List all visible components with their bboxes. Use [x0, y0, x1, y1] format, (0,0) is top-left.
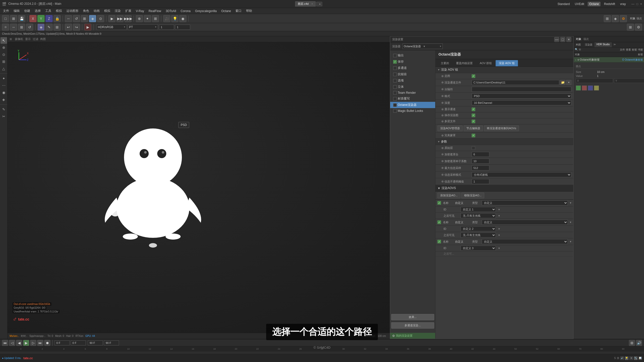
show-channel-checkbox[interactable] [472, 108, 475, 111]
nav-save-check[interactable]: ✓ [393, 60, 397, 64]
left-tool-2[interactable]: ⊕ [1, 44, 7, 51]
toolbar-light[interactable]: 💡 [171, 15, 178, 22]
coord-x[interactable] [576, 78, 613, 83]
right-sub-expand[interactable]: ≫ [612, 42, 617, 47]
filepath-clear-btn[interactable]: × [566, 80, 571, 85]
tl-end[interactable]: ⏭ [37, 340, 43, 346]
toolbar-snap[interactable]: ⊕ [136, 15, 143, 22]
filepath-folder-btn[interactable]: 📁 [560, 80, 565, 85]
nav-teamrender[interactable]: Team Render [390, 90, 435, 96]
separator-input[interactable] [472, 87, 571, 92]
menu-simulate[interactable]: 模拟 [54, 8, 64, 14]
aov1-check[interactable] [437, 201, 441, 205]
toolbar-move[interactable]: ↔ [65, 15, 72, 22]
tab-override[interactable]: 覆盖内核设置 [453, 60, 476, 66]
aov2-type-select[interactable]: 自定义 [482, 220, 568, 225]
nav-octane-check[interactable] [393, 103, 397, 107]
aov1-after-select[interactable]: 无-只有主光线 [461, 213, 496, 218]
tl-speaker[interactable]: 🔊 [636, 340, 642, 346]
nav-teamrender-check[interactable] [393, 91, 397, 95]
tb2-scale[interactable]: ⊞ [18, 24, 25, 31]
left-tool-arrow[interactable]: ↖ [1, 37, 7, 44]
menu-octane[interactable]: Octane [588, 2, 600, 6]
toolbar-scale[interactable]: ⊞ [81, 15, 88, 22]
tl-record[interactable]: ⏺ [44, 340, 50, 346]
depth-select[interactable]: 16 Bit/Channel [472, 100, 571, 105]
toolbar-prop[interactable]: ⊞ [604, 15, 611, 22]
tl-prev-frame[interactable]: ◁ [9, 340, 15, 346]
aov3-type-select[interactable]: 自定义 [482, 239, 568, 244]
toolbar-render-active[interactable]: ▶▶ [116, 15, 124, 22]
left-tool-7[interactable]: ⋯ [1, 82, 7, 89]
info-mode-select[interactable]: 分布式射线 [472, 172, 571, 177]
aov1-id-select[interactable]: 自定义 1 [461, 207, 496, 212]
toolbar-render-preview[interactable]: ▶ [108, 15, 115, 22]
right-sub-hdr[interactable]: HDR Studio [594, 42, 612, 47]
menu-3dtoall[interactable]: 3DToAll [164, 9, 178, 13]
dialog-maximize[interactable]: □ [560, 37, 565, 42]
node-editor-btn[interactable]: 节点编辑器 [464, 125, 483, 131]
3d-viewport[interactable]: X Y Z Out-of-core used/max:0Gb/16Gb Grey… [8, 42, 390, 333]
aov-manager-btn[interactable]: 渲染AOV管理器 [437, 125, 463, 131]
tb2-render-settings[interactable]: ⚙ [635, 24, 642, 31]
nav-matoverride-check[interactable] [393, 97, 397, 101]
dialog-close[interactable]: × [566, 37, 571, 42]
menu-character[interactable]: 角色 [81, 8, 91, 14]
nav-antialias-check[interactable] [393, 73, 397, 76]
right-tab-bookmark[interactable]: 书签 [638, 48, 643, 52]
nav-save[interactable]: ✓ 保存 [390, 59, 435, 65]
multilayer-checkbox[interactable] [472, 120, 475, 123]
menu-window[interactable]: 窗口 [233, 8, 244, 14]
viewport-display-menu[interactable]: 显示 [25, 37, 31, 41]
toolbar-z-axis[interactable]: Z [46, 15, 53, 22]
toolbar-render[interactable]: ⚙ [620, 15, 627, 22]
aov3-expand[interactable]: ▾ [570, 240, 571, 243]
nav-antialias[interactable]: 抗锯齿 [390, 71, 435, 77]
tl-scale-fit[interactable]: ⊞ [629, 340, 635, 346]
nav-matoverride[interactable]: 材质覆写 [390, 96, 435, 102]
raw-layer-checkbox[interactable] [472, 146, 475, 150]
toolbar-render-all[interactable]: ▶▶▶ [125, 15, 132, 22]
left-tool-4[interactable]: ⊞ [1, 58, 7, 65]
menu-standard[interactable]: Standard [556, 2, 571, 6]
left-tool-3[interactable]: ⊙ [1, 51, 7, 58]
menu-animate[interactable]: 动画 [92, 8, 102, 14]
aov2-id-select[interactable]: 自定义 2 [461, 226, 496, 231]
menu-select[interactable]: 选择 [33, 8, 43, 14]
menu-corona[interactable]: Corona [179, 9, 192, 13]
nav-multichannel[interactable]: 多通道 [390, 65, 435, 71]
render-param1[interactable] [159, 25, 174, 30]
nav-stereo[interactable]: 立体 [390, 84, 435, 90]
toolbar-active[interactable]: ⊙ [97, 15, 104, 22]
params-section-header[interactable]: ▼ 参数 [435, 139, 573, 145]
nav-stereo-check[interactable] [393, 85, 397, 89]
aov1-expand[interactable]: ▾ [570, 201, 571, 205]
tl-start[interactable]: ⏮ [2, 340, 8, 346]
nav-output-check[interactable] [393, 54, 397, 57]
viewport-camera-menu[interactable]: 摄像机 [15, 37, 23, 41]
remove-aov-btn[interactable]: 移除渲染AO... [461, 193, 484, 198]
menu-vray[interactable]: vray [619, 2, 627, 6]
nav-output[interactable]: 输出 [390, 52, 435, 59]
crypto-bins-input[interactable] [472, 152, 489, 157]
aov3-check[interactable] [437, 240, 441, 243]
toolbar-camera[interactable]: 🎥 [163, 15, 170, 22]
toolbar-new[interactable]: □ [2, 15, 9, 22]
right-tab-view[interactable]: 查看 [626, 48, 631, 52]
left-tool-6[interactable]: ✦ [1, 75, 7, 82]
max-info-input[interactable] [472, 165, 489, 170]
tb2-render-btn[interactable]: ▶ [84, 24, 91, 31]
toolbar-grid[interactable]: ⊞ [152, 15, 159, 22]
tl-start-frame[interactable] [55, 340, 70, 345]
tb2-compose[interactable]: ⊞ [627, 24, 634, 31]
right-sub-renderer[interactable]: 渲染器 [583, 42, 594, 47]
dialog-minimize[interactable]: — [554, 37, 559, 42]
tab-render-aov[interactable]: 渲染 AOV 组 [496, 60, 518, 66]
menu-realflow[interactable]: RealFlow [147, 9, 163, 13]
format-select[interactable]: PSD [472, 94, 571, 99]
toolbar-y-axis[interactable]: Y [37, 15, 45, 22]
nav-options[interactable]: 选项 [390, 77, 435, 84]
menu-tools[interactable]: 工具 [43, 8, 53, 14]
tl-play[interactable]: ▶ [23, 340, 29, 346]
swatch-blue[interactable] [588, 85, 593, 90]
